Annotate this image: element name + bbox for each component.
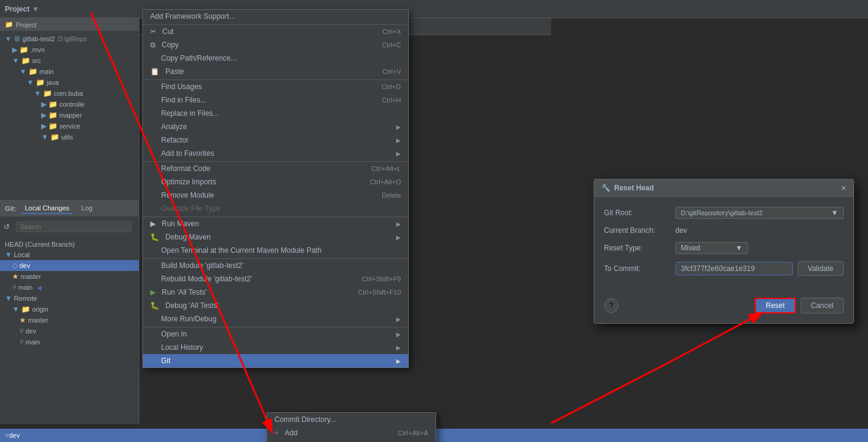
context-menu: Add Framework Support... ✂ Cut Ctrl+X ⧉ … <box>142 9 409 368</box>
menu-item-local-history[interactable]: Local History ▶ <box>143 341 408 354</box>
git-branch-dev[interactable]: ◇ dev <box>0 260 139 271</box>
branch-icon: ⑂ <box>19 327 24 335</box>
git-head-branch[interactable]: HEAD (Current Branch) <box>0 239 139 249</box>
submenu-item-commit-dir[interactable]: Commit Directory... <box>267 413 436 426</box>
tree-label: src <box>32 57 41 64</box>
tree-label: java <box>47 79 59 86</box>
menu-item-run-all-tests[interactable]: ▶ Run 'All Tests' Ctrl+Shift+F10 <box>143 286 408 299</box>
dropdown-arrow-icon: ▼ <box>831 209 838 217</box>
dialog-title: 🔧 Reset Head <box>601 184 654 192</box>
tab-local-changes[interactable]: Local Changes <box>21 203 73 214</box>
git-toolbar: ↺ <box>0 216 139 237</box>
menu-item-optimize-imports[interactable]: Optimize Imports Ctrl+Alt+O <box>143 175 408 189</box>
to-commit-label: To Commit: <box>604 264 671 273</box>
git-root-dropdown[interactable]: D:\gitRepository\gitlab-test2 ▼ <box>675 207 844 219</box>
git-remote-group[interactable]: ▼ Remote <box>0 293 139 304</box>
git-root-label: Git Root: <box>604 209 671 217</box>
status-branch: ⑂ <box>5 432 9 439</box>
tree-item-utils[interactable]: ▼ 📁 utils <box>0 132 139 142</box>
project-panel: 📁 Project ▼ 🖥 gitlab-test2 D:\gitRepo ▶ … <box>0 18 139 200</box>
branch-icon: ⑂ <box>19 338 24 346</box>
help-icon: ? <box>609 301 614 310</box>
menu-item-analyze[interactable]: Analyze ▶ <box>143 120 408 133</box>
menu-item-cut[interactable]: ✂ Cut Ctrl+X <box>143 24 408 38</box>
project-panel-header: 📁 Project <box>0 18 139 31</box>
project-title: Project <box>5 5 30 13</box>
run-icon: ▶ <box>150 288 156 296</box>
tree-label: dev <box>19 262 30 269</box>
menu-item-framework[interactable]: Add Framework Support... <box>143 10 408 23</box>
tree-item-project[interactable]: ▼ 🖥 gitlab-test2 D:\gitRepo <box>0 33 139 44</box>
menu-item-add-favorites[interactable]: Add to Favorites ▶ <box>143 147 408 160</box>
git-branch-master[interactable]: ★ master <box>0 271 139 282</box>
submenu-item-git-info-exclude[interactable]: 📄 .git/info/exclude <box>267 440 436 442</box>
debug-icon: 🐛 <box>150 301 159 310</box>
git-local-group[interactable]: ▼ Local <box>0 249 139 260</box>
git-branch-main-local[interactable]: ⑂ main ◀ <box>0 282 139 293</box>
git-tree: HEAD (Current Branch) ▼ Local ◇ dev ★ ma… <box>0 237 139 350</box>
menu-item-rebuild-module[interactable]: Rebuild Module 'gitlab-test2' Ctrl+Shift… <box>143 272 408 286</box>
tree-item-service[interactable]: ▶ 📁 service <box>0 121 139 132</box>
menu-item-copy[interactable]: ⧉ Copy Ctrl+C <box>143 38 408 52</box>
chevron-down-icon: ▼ <box>12 305 19 313</box>
tab-log[interactable]: Log <box>78 203 96 214</box>
git-search-input[interactable] <box>16 221 131 232</box>
menu-item-replace-in-files[interactable]: Replace in Files... <box>143 107 408 120</box>
tree-item-main[interactable]: ▼ 📁 main <box>0 66 139 77</box>
menu-item-refactor[interactable]: Refactor ▶ <box>143 133 408 147</box>
menu-item-find-in-files[interactable]: Find in Files... Ctrl+H <box>143 93 408 107</box>
to-commit-input[interactable] <box>675 262 793 275</box>
git-remote-main[interactable]: ⑂ main <box>0 337 139 347</box>
help-button[interactable]: ? <box>604 298 618 313</box>
tree-item-src[interactable]: ▼ 📁 src <box>0 55 139 66</box>
reset-type-value: Mixed <box>681 244 700 252</box>
tree-item-java[interactable]: ▼ 📁 java <box>0 77 139 88</box>
menu-item-find-usages[interactable]: Find Usages Ctrl+G <box>143 79 408 93</box>
menu-item-debug-all-tests[interactable]: 🐛 Debug 'All Tests' <box>143 299 408 312</box>
tree-item-mapper[interactable]: ▶ 📁 mapper <box>0 110 139 121</box>
tree-label: .mvn <box>30 46 45 53</box>
dialog-close-button[interactable]: × <box>841 183 846 193</box>
folder-icon: 📁 <box>48 111 58 119</box>
menu-item-remove-module[interactable]: Remove Module Delete <box>143 189 408 202</box>
project-folder-icon: 📁 <box>5 21 13 28</box>
tree-label: HEAD (Current Branch) <box>5 241 75 248</box>
menu-item-open-in[interactable]: Open In ▶ <box>143 327 408 341</box>
menu-item-debug-maven[interactable]: 🐛 Debug Maven ▶ <box>143 230 408 244</box>
project-panel-title: Project <box>16 21 36 28</box>
copy-icon: ⧉ <box>150 41 156 49</box>
git-remote-origin[interactable]: ▼ 📁 origin <box>0 304 139 315</box>
submenu-item-add[interactable]: + Add Ctrl+Alt+A <box>267 426 436 440</box>
menu-item-build-module[interactable]: Build Module 'gitlab-test2' <box>143 258 408 272</box>
cancel-button[interactable]: Cancel <box>801 298 844 313</box>
paste-icon: 📋 <box>150 67 159 76</box>
tree-label: master <box>21 273 41 280</box>
tree-label: master <box>28 316 48 324</box>
dialog-footer: ? Reset Cancel <box>594 293 853 323</box>
refresh-icon[interactable]: ↺ <box>4 223 10 231</box>
tree-label: gitlab-test2 <box>22 35 55 42</box>
menu-item-more-run-debug[interactable]: More Run/Debug ▶ <box>143 312 408 326</box>
tree-item-controller[interactable]: ▶ 📁 controlle <box>0 99 139 110</box>
validate-button[interactable]: Validate <box>798 261 844 276</box>
tree-item-mvn[interactable]: ▶ 📁 .mvn <box>0 44 139 55</box>
menu-item-paste[interactable]: 📋 Paste Ctrl+V <box>143 65 408 78</box>
tree-label: controlle <box>59 101 85 108</box>
menu-item-run-maven[interactable]: ▶ Run Maven ▶ <box>143 216 408 230</box>
menu-item-copy-path[interactable]: Copy Path/Reference... <box>143 52 408 65</box>
folder-icon: 📁 <box>48 122 58 130</box>
reset-button[interactable]: Reset <box>755 298 795 313</box>
chevron-right-icon: ▶ <box>41 100 47 109</box>
menu-item-git[interactable]: Git ▶ <box>143 354 408 367</box>
add-icon: + <box>274 429 279 437</box>
dropdown-arrow-icon: ▼ <box>735 244 743 252</box>
git-panel: Git: Local Changes Log ↺ HEAD (Current B… <box>0 200 139 424</box>
menu-item-reformat[interactable]: Reformat Code Ctrl+Alt+L <box>143 161 408 175</box>
git-remote-dev[interactable]: ⑂ dev <box>0 326 139 337</box>
tracking-icon: ◀ <box>37 284 42 291</box>
git-remote-master[interactable]: ★ master <box>0 315 139 326</box>
menu-item-open-terminal[interactable]: Open Terminal at the Current Maven Modul… <box>143 244 408 257</box>
reset-type-dropdown[interactable]: Mixed ▼ <box>675 242 748 254</box>
tree-item-combuba[interactable]: ▼ 📁 com.buba <box>0 88 139 99</box>
folder-icon: 📁 <box>50 133 59 141</box>
